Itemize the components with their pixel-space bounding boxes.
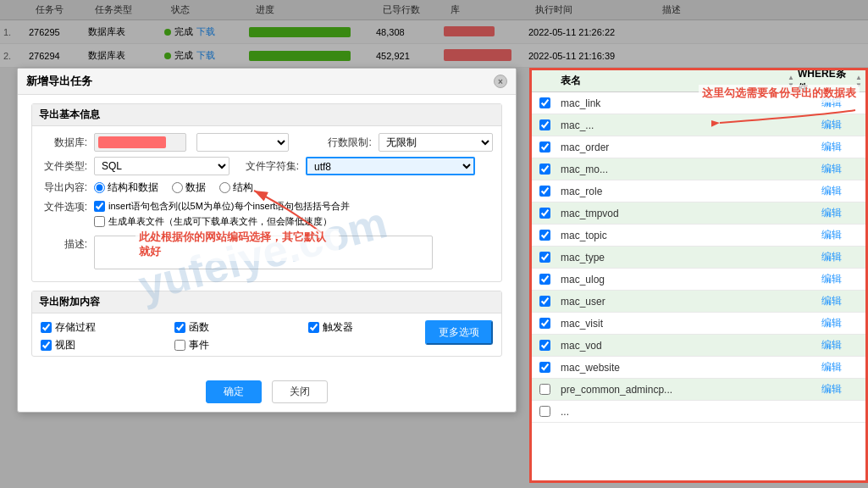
addon-item-2[interactable]: 触发器 (308, 320, 425, 335)
addon-item-3[interactable]: 视图 (41, 338, 158, 352)
list-item: mac_topic 编辑 (532, 225, 865, 247)
annotation-text-2: 这里勾选需要备份导出的数据表 (699, 85, 860, 103)
rows-limit-select[interactable]: 无限制 (379, 133, 493, 152)
annotation-text-1: 此处根据你的网站编码选择，其它默认就好 (135, 229, 339, 261)
list-item: mac_user 编辑 (532, 291, 865, 313)
fileopt2[interactable]: 生成单表文件（生成可下载单表文件，但会降低速度） (94, 215, 350, 228)
db-label: 数据库: (41, 136, 87, 150)
addon-item-4[interactable]: 事件 (174, 338, 291, 352)
fileopts-label: 文件选项: (41, 200, 87, 214)
edit-link[interactable]: 编辑 (798, 140, 865, 154)
addon-grid: 存储过程 函数 触发器 视图 (41, 320, 425, 352)
table-name: mac_topic (557, 230, 798, 241)
form-row-content: 导出内容: 结构和数据 数据 (41, 180, 493, 195)
dialog-title-bar: 新增导出任务 × (18, 69, 516, 95)
edit-link[interactable]: 编辑 (798, 250, 865, 264)
radio-struct-data[interactable]: 结构和数据 (94, 180, 158, 195)
table-checkbox[interactable] (539, 340, 550, 351)
edit-link[interactable]: 编辑 (798, 294, 865, 308)
table-checkbox[interactable] (539, 406, 550, 417)
list-item: pre_common_admincp... 编辑 (532, 379, 865, 401)
confirm-button[interactable]: 确定 (206, 380, 262, 403)
table-name: mac_type (557, 252, 798, 263)
table-checkbox[interactable] (539, 384, 550, 395)
table-name: mac_visit (557, 318, 798, 330)
fileopt1[interactable]: insert语句包含列(以5M为单位)每个insert语句包括括号合并 (94, 200, 350, 213)
table-name: ... (557, 406, 798, 418)
list-item: mac_visit 编辑 (532, 313, 865, 335)
db-select[interactable] (94, 133, 186, 152)
right-panel: 表名 ▲▼ WHERE条件 ▲▼ mac_link 编辑 mac_... 编辑 … (529, 68, 868, 483)
table-checkbox[interactable] (539, 186, 550, 197)
list-item: mac_order 编辑 (532, 136, 865, 158)
filetype-label: 文件类型: (41, 159, 87, 174)
rows-limit-label: 行数限制: (312, 136, 372, 150)
close-button[interactable]: × (494, 75, 507, 88)
table-name: mac_mo... (557, 164, 798, 175)
redacted-db-value (98, 136, 166, 148)
dialog-footer: 确定 关闭 (18, 374, 516, 412)
dialog-title: 新增导出任务 (26, 74, 92, 89)
table-name: mac_website (557, 362, 798, 374)
table-checkbox[interactable] (539, 252, 550, 263)
edit-link[interactable]: 编辑 (798, 272, 865, 286)
edit-link[interactable]: 编辑 (798, 118, 865, 132)
charset-select[interactable]: utf8 (306, 157, 475, 175)
table-name: mac_user (557, 296, 798, 308)
addon-item-0[interactable]: 存储过程 (41, 320, 158, 335)
table-name: pre_common_admincp... (557, 384, 798, 396)
edit-link[interactable]: 编辑 (798, 228, 865, 242)
form-row-fileopts: 文件选项: insert语句包含列(以5M为单位)每个insert语句包括括号合… (41, 200, 493, 230)
list-item: mac_tmpvod 编辑 (532, 202, 865, 225)
table-name: mac_... (557, 119, 798, 131)
radio-data[interactable]: 数据 (172, 180, 206, 195)
table-checkbox[interactable] (539, 208, 550, 219)
table-name: mac_ulog (557, 274, 798, 286)
edit-link[interactable]: 编辑 (798, 184, 865, 198)
edit-link[interactable]: 编辑 (798, 338, 865, 352)
edit-link[interactable]: 编辑 (798, 316, 865, 330)
addon-item-1[interactable]: 函数 (174, 320, 291, 335)
table-name: mac_order (557, 141, 798, 153)
table-name: mac_tmpvod (557, 208, 798, 219)
table-checkbox[interactable] (539, 141, 550, 152)
form-row-filetype: 文件类型: SQL 文件字符集: utf8 (41, 157, 493, 175)
more-options-button[interactable]: 更多选项 (425, 320, 493, 345)
list-item: mac_website 编辑 (532, 357, 865, 379)
list-item: mac_... 编辑 (532, 114, 865, 136)
table-checkbox[interactable] (539, 119, 550, 130)
charset-label: 文件字符集: (240, 159, 299, 174)
table-checkbox[interactable] (539, 362, 550, 373)
table-checkbox[interactable] (539, 164, 550, 175)
edit-link[interactable]: 编辑 (798, 206, 865, 220)
content-radio-group: 结构和数据 数据 结构 (94, 180, 253, 195)
edit-link[interactable]: 编辑 (798, 382, 865, 396)
content-label: 导出内容: (41, 180, 87, 195)
form-row-db: 数据库: 行数限制: 无限制 (41, 133, 493, 152)
addon-section: 导出附加内容 存储过程 函数 触发器 (31, 291, 502, 357)
cancel-button[interactable]: 关闭 (272, 380, 328, 403)
basic-info-title: 导出基本信息 (32, 104, 501, 126)
desc-label: 描述: (41, 237, 87, 252)
filetype-select[interactable]: SQL (94, 157, 229, 175)
addon-title: 导出附加内容 (32, 291, 501, 313)
list-item: mac_type 编辑 (532, 247, 865, 269)
table-checkbox[interactable] (539, 230, 550, 241)
table-name: mac_vod (557, 340, 798, 352)
table-checkbox[interactable] (539, 274, 550, 285)
list-item: mac_vod 编辑 (532, 335, 865, 357)
radio-struct[interactable]: 结构 (219, 180, 253, 195)
table-name: mac_role (557, 186, 798, 197)
list-item: mac_ulog 编辑 (532, 269, 865, 291)
table-checkbox[interactable] (539, 296, 550, 307)
file-options-list: insert语句包含列(以5M为单位)每个insert语句包括括号合并 生成单表… (94, 200, 350, 230)
edit-link[interactable]: 编辑 (798, 162, 865, 176)
table-checkbox[interactable] (539, 318, 550, 329)
list-item: mac_mo... 编辑 (532, 158, 865, 180)
db-dropdown-arrow[interactable] (196, 133, 289, 152)
table-checkbox[interactable] (539, 97, 550, 108)
list-item: mac_role 编辑 (532, 180, 865, 202)
list-item: ... (532, 401, 865, 423)
edit-link[interactable]: 编辑 (798, 360, 865, 374)
right-panel-body: mac_link 编辑 mac_... 编辑 mac_order 编辑 mac_… (532, 92, 865, 480)
